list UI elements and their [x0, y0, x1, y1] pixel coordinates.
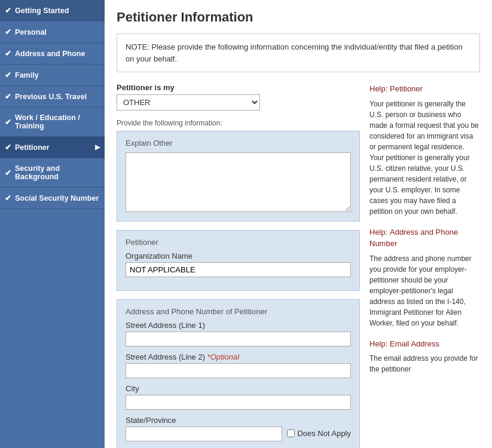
- city-input[interactable]: [126, 395, 351, 410]
- help-petitioner-title: Help: Petitioner: [369, 83, 480, 95]
- arrow-icon: ▶: [95, 143, 100, 151]
- street1-row: Street Address (Line 1): [126, 321, 351, 346]
- check-icon: ✔: [5, 92, 11, 101]
- help-panel: Help: Petitioner Your petitioner is gene…: [369, 83, 480, 448]
- city-label: City: [126, 384, 351, 393]
- help-petitioner-section: Help: Petitioner Your petitioner is gene…: [369, 83, 480, 217]
- sidebar-item-address-phone[interactable]: ✔ Address and Phone: [0, 43, 105, 65]
- petitioner-section-label: Petitioner: [126, 238, 351, 247]
- address-section-label: Address and Phone Number of Petitioner: [126, 307, 351, 316]
- check-icon: ✔: [5, 49, 11, 58]
- sidebar-item-personal[interactable]: ✔ Personal: [0, 22, 105, 43]
- page-title: Petitioner Information: [117, 10, 480, 25]
- sidebar-item-security-background[interactable]: ✔ Security and Background: [0, 158, 105, 188]
- check-icon: ✔: [5, 194, 11, 202]
- sidebar-item-social-security[interactable]: ✔ Social Security Number: [0, 188, 105, 209]
- help-petitioner-text: Your petitioner is generally the U.S. pe…: [369, 99, 480, 217]
- state-label: State/Province: [126, 416, 351, 425]
- provide-info-label: Provide the following information:: [117, 119, 360, 127]
- sidebar-item-petitioner[interactable]: ✔ Petitioner ▶: [0, 137, 105, 158]
- sidebar-item-label: Family: [15, 71, 39, 79]
- help-email-section: Help: Email Address The email address yo…: [369, 338, 480, 375]
- street2-optional: *Optional: [207, 352, 239, 361]
- explain-other-box: Explain Other: [117, 131, 360, 222]
- check-icon: ✔: [5, 143, 11, 152]
- org-name-input[interactable]: NOT APPLICABLE: [126, 262, 351, 277]
- note-box: NOTE: Please provide the following infor…: [117, 33, 480, 72]
- check-icon: ✔: [5, 6, 11, 15]
- street1-label: Street Address (Line 1): [126, 321, 351, 330]
- street2-row: Street Address (Line 2) *Optional: [126, 352, 351, 378]
- petitioner-is-my-group: Petitioner is my OTHER Self Employer Rel…: [117, 83, 360, 111]
- sidebar-item-label: Personal: [15, 28, 47, 36]
- sidebar: ✔ Getting Started ✔ Personal ✔ Address a…: [0, 0, 105, 448]
- sidebar-item-label: Previous U.S. Travel: [15, 93, 87, 101]
- check-icon: ✔: [5, 168, 11, 177]
- content-area: Petitioner is my OTHER Self Employer Rel…: [117, 83, 480, 448]
- street2-input[interactable]: [126, 363, 351, 378]
- petitioner-box: Petitioner Organization Name NOT APPLICA…: [117, 230, 360, 291]
- sidebar-item-label: Security and Background: [15, 164, 100, 181]
- sidebar-item-label: Petitioner: [15, 143, 50, 152]
- help-email-text: The email address you provide for the pe…: [369, 353, 480, 375]
- org-name-row: Organization Name NOT APPLICABLE: [126, 251, 351, 277]
- state-does-not-apply-checkbox[interactable]: [287, 429, 295, 437]
- sidebar-item-label: Work / Education / Training: [15, 113, 100, 130]
- sidebar-item-work-education[interactable]: ✔ Work / Education / Training: [0, 108, 105, 137]
- petitioner-dropdown[interactable]: OTHER Self Employer Relative Attorney: [117, 94, 260, 111]
- explain-other-label: Explain Other: [126, 139, 351, 148]
- address-phone-box: Address and Phone Number of Petitioner S…: [117, 299, 360, 448]
- form-section: Petitioner is my OTHER Self Employer Rel…: [117, 83, 360, 448]
- help-address-title: Help: Address and Phone Number: [369, 226, 480, 250]
- help-address-text: The address and phone number you provide…: [369, 253, 480, 329]
- state-row: State/Province Does Not Apply: [126, 416, 351, 441]
- state-inline: Does Not Apply: [126, 426, 351, 441]
- sidebar-item-family[interactable]: ✔ Family: [0, 65, 105, 86]
- help-address-section: Help: Address and Phone Number The addre…: [369, 226, 480, 329]
- sidebar-item-getting-started[interactable]: ✔ Getting Started: [0, 0, 105, 22]
- street1-input[interactable]: [126, 332, 351, 346]
- city-row: City: [126, 384, 351, 410]
- explain-other-textarea[interactable]: [126, 152, 351, 212]
- state-input[interactable]: [126, 426, 282, 441]
- sidebar-item-label: Social Security Number: [15, 194, 99, 202]
- check-icon: ✔: [5, 70, 11, 79]
- main-content: Petitioner Information NOTE: Please prov…: [105, 0, 492, 448]
- check-icon: ✔: [5, 27, 11, 36]
- sidebar-item-label: Getting Started: [15, 7, 69, 15]
- check-icon: ✔: [5, 118, 11, 127]
- org-name-label: Organization Name: [126, 251, 351, 260]
- state-does-not-apply-label[interactable]: Does Not Apply: [287, 429, 351, 438]
- sidebar-item-previous-travel[interactable]: ✔ Previous U.S. Travel: [0, 86, 105, 108]
- note-text: NOTE: Please provide the following infor…: [126, 42, 463, 63]
- street2-label: Street Address (Line 2) *Optional: [126, 352, 351, 361]
- help-email-title: Help: Email Address: [369, 338, 480, 350]
- petitioner-is-my-label: Petitioner is my: [117, 83, 360, 92]
- sidebar-item-label: Address and Phone: [15, 50, 85, 58]
